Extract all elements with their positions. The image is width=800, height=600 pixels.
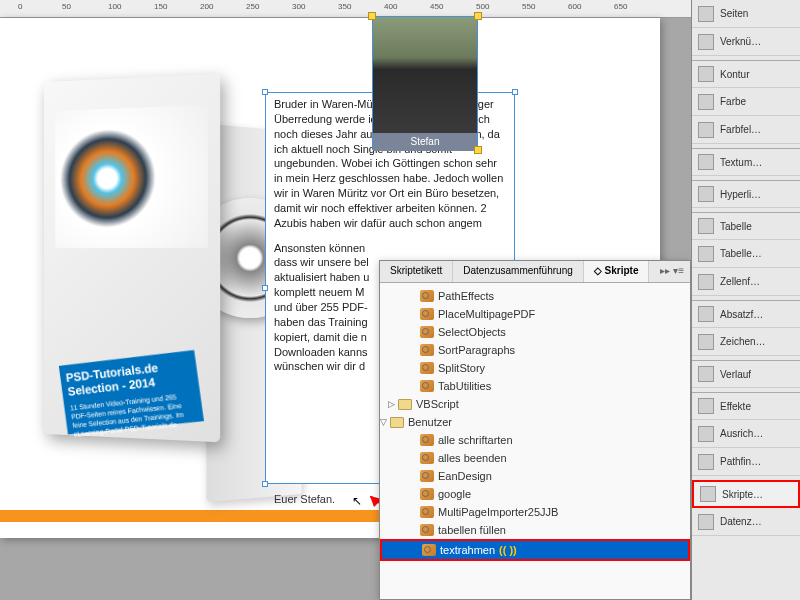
tree-item: TabUtilities: [380, 377, 690, 395]
scripts-icon: [700, 486, 716, 502]
datamerge-icon: [698, 514, 714, 530]
tree-item: google: [380, 485, 690, 503]
pages-icon: [698, 6, 714, 22]
effects-icon: [698, 398, 714, 414]
panel-text-wrap[interactable]: Textum…: [692, 148, 800, 176]
tree-item-textrahmen[interactable]: textrahmen(( )): [380, 539, 690, 561]
tab-scripts[interactable]: ◇ Skripte: [584, 261, 650, 282]
tree-item: alles beenden: [380, 449, 690, 467]
tree-item: PlaceMultipagePDF: [380, 305, 690, 323]
panel-pages[interactable]: Seiten: [692, 0, 800, 28]
panel-stroke[interactable]: Kontur: [692, 60, 800, 88]
panel-gradient[interactable]: Verlauf: [692, 360, 800, 388]
panel-data-merge[interactable]: Datenz…: [692, 508, 800, 536]
table-styles-icon: [698, 246, 714, 262]
table-icon: [698, 218, 714, 234]
panel-menu-icon[interactable]: ▸▸ ▾≡: [654, 261, 690, 282]
links-icon: [698, 34, 714, 50]
align-icon: [698, 426, 714, 442]
panel-links[interactable]: Verknü…: [692, 28, 800, 56]
color-icon: [698, 94, 714, 110]
cell-styles-icon: [698, 274, 714, 290]
photo-caption: Stefan: [373, 133, 477, 151]
panel-swatches[interactable]: Farbfel…: [692, 116, 800, 144]
dvd-product-image: PSD-Tutorials.de Selection - 2014 11 Stu…: [40, 78, 240, 458]
hyperlink-icon: [698, 186, 714, 202]
signature-text: Euer Stefan.: [274, 493, 335, 505]
stroke-icon: [698, 66, 714, 82]
panel-hyperlinks[interactable]: Hyperli…: [692, 180, 800, 208]
panel-pathfinder[interactable]: Pathfin…: [692, 448, 800, 476]
author-photo: [373, 17, 477, 133]
panel-cell-styles[interactable]: Zellenf…: [692, 268, 800, 296]
panel-scripts[interactable]: Skripte…: [692, 480, 800, 508]
tree-item: SplitStory: [380, 359, 690, 377]
tree-item: SelectObjects: [380, 323, 690, 341]
scripts-tree[interactable]: PathEffects PlaceMultipagePDF SelectObje…: [380, 283, 690, 599]
para-styles-icon: [698, 306, 714, 322]
panel-paragraph-styles[interactable]: Absatzf…: [692, 300, 800, 328]
scripts-panel[interactable]: Skriptetikett Datenzusammenführung ◇ Skr…: [379, 260, 691, 600]
panel-char-styles[interactable]: Zeichen…: [692, 328, 800, 356]
tree-item: PathEffects: [380, 287, 690, 305]
tree-item: EanDesign: [380, 467, 690, 485]
tab-data-merge[interactable]: Datenzusammenführung: [453, 261, 584, 282]
panel-color[interactable]: Farbe: [692, 88, 800, 116]
panel-effects[interactable]: Effekte: [692, 392, 800, 420]
eye-image: [55, 105, 208, 248]
tab-script-label[interactable]: Skriptetikett: [380, 261, 453, 282]
pathfinder-icon: [698, 454, 714, 470]
panel-align[interactable]: Ausrich…: [692, 420, 800, 448]
tree-item: MultiPageImporter25JJB: [380, 503, 690, 521]
horizontal-ruler: 050 100150 200250 300350 400450 500550 6…: [0, 0, 691, 18]
photo-frame[interactable]: Stefan: [372, 16, 478, 150]
char-styles-icon: [698, 334, 714, 350]
text-cursor-icon: ↖: [352, 494, 362, 508]
gradient-icon: [698, 366, 714, 382]
dvd-subtitle: 11 Stunden Video-Training und 265 PDF-Se…: [70, 390, 199, 439]
panel-table[interactable]: Tabelle: [692, 212, 800, 240]
textwrap-icon: [698, 154, 714, 170]
panel-table-styles[interactable]: Tabelle…: [692, 240, 800, 268]
tree-folder-vbscript[interactable]: ▷VBScript: [380, 395, 690, 413]
tree-item: tabellen füllen: [380, 521, 690, 539]
tree-item: SortParagraphs: [380, 341, 690, 359]
swatches-icon: [698, 122, 714, 138]
right-panel-dock[interactable]: Seiten Verknü… Kontur Farbe Farbfel… Tex…: [691, 0, 800, 600]
tree-folder-user[interactable]: ▽Benutzer: [380, 413, 690, 431]
tree-item: alle schriftarten: [380, 431, 690, 449]
